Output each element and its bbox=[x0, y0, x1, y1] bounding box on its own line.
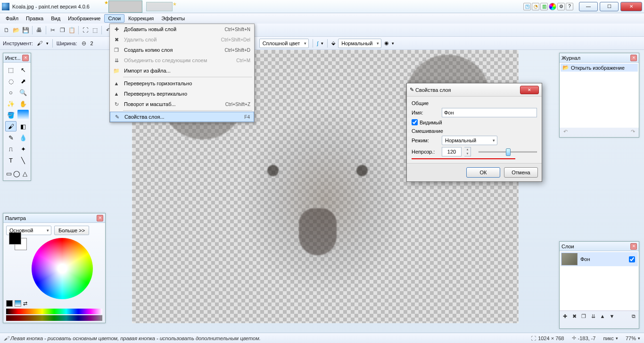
menu-layers[interactable]: Слои bbox=[104, 14, 124, 23]
doc-thumb[interactable]: ★ bbox=[146, 2, 173, 11]
menu-file[interactable]: Файл bbox=[2, 14, 22, 23]
save-icon[interactable]: 💾 bbox=[22, 26, 29, 34]
menu-item[interactable]: ✚Добавить новый слойCtrl+Shift+N bbox=[110, 24, 254, 34]
visible-checkbox[interactable]: Видимый bbox=[412, 119, 537, 125]
move-tool[interactable]: ↖ bbox=[17, 65, 29, 75]
doc-thumb-active[interactable]: ★ bbox=[108, 0, 142, 13]
curve-icon[interactable]: ∫ bbox=[317, 41, 318, 46]
minimize-button[interactable]: — bbox=[579, 2, 598, 11]
mode-dropdown[interactable]: Нормальный bbox=[442, 136, 497, 145]
ellipse-shape-tool[interactable]: ◯ bbox=[13, 168, 20, 179]
open-icon[interactable]: 📂 bbox=[12, 26, 20, 34]
rect-shape-tool[interactable]: ▭ bbox=[5, 168, 12, 179]
opacity-spinner[interactable]: ▲▼ bbox=[464, 147, 471, 156]
colors-toggle-icon[interactable] bbox=[549, 3, 556, 10]
opacity-field[interactable] bbox=[442, 147, 462, 156]
bw-swatch[interactable] bbox=[6, 300, 13, 307]
rect-select-tool[interactable]: ⬚ bbox=[5, 65, 17, 75]
maximize-button[interactable]: ☐ bbox=[600, 2, 619, 11]
picker-tool[interactable]: 💧 bbox=[17, 132, 29, 143]
cut-icon[interactable]: ✂ bbox=[49, 26, 57, 34]
settings-icon[interactable]: ⚙ bbox=[557, 3, 565, 10]
undo-icon[interactable]: ↶ bbox=[563, 129, 568, 135]
redo-icon[interactable]: ↷ bbox=[631, 129, 635, 135]
menu-adjust[interactable]: Коррекция bbox=[124, 14, 157, 23]
ok-button[interactable]: ОК bbox=[466, 167, 500, 178]
wand-tool[interactable]: ✨ bbox=[5, 98, 17, 109]
star-icon: ★ bbox=[173, 1, 177, 7]
dialog-close-button[interactable]: ✕ bbox=[520, 86, 539, 94]
layer-row[interactable]: Фон bbox=[561, 252, 638, 266]
move-up-icon[interactable]: ▲ bbox=[598, 312, 607, 320]
clone-tool[interactable]: ⎍ bbox=[5, 144, 17, 154]
close-icon[interactable]: ✕ bbox=[630, 55, 637, 61]
add-layer-icon[interactable]: ✚ bbox=[561, 312, 569, 320]
brush-tool[interactable]: 🖌 bbox=[5, 121, 17, 131]
name-field[interactable] bbox=[442, 108, 537, 117]
line-tool[interactable]: ╲ bbox=[17, 155, 29, 165]
eraser-tool[interactable]: ◧ bbox=[17, 121, 29, 131]
fill-dropdown[interactable]: Сплошной цвет bbox=[259, 39, 309, 48]
recolor-tool[interactable]: ✦ bbox=[17, 144, 29, 154]
delete-layer-icon[interactable]: ✖ bbox=[570, 312, 578, 320]
pencil-tool[interactable]: ✎ bbox=[5, 132, 17, 143]
move-down-icon[interactable]: ▼ bbox=[608, 312, 616, 320]
lasso-tool[interactable]: ◌ bbox=[5, 76, 17, 86]
menu-item[interactable]: ↻Поворот и масштаб...Ctrl+Shift+Z bbox=[110, 99, 254, 109]
history-item[interactable]: 📂 Открыть изображение bbox=[561, 64, 638, 72]
layers-toggle-icon[interactable]: ▥ bbox=[540, 3, 548, 10]
layer-visible-checkbox[interactable] bbox=[629, 256, 635, 262]
color-strip-dark[interactable] bbox=[6, 315, 102, 321]
help-icon[interactable]: ? bbox=[566, 3, 573, 10]
menu-item[interactable]: ▲Перевернуть горизонтально bbox=[110, 78, 254, 89]
more-button[interactable]: Больше >> bbox=[54, 226, 89, 235]
menu-view[interactable]: Вид bbox=[47, 14, 64, 23]
brush-icon[interactable]: 🖌 bbox=[36, 40, 43, 47]
blend-dropdown[interactable]: Нормальный bbox=[338, 39, 381, 48]
color-strip[interactable] bbox=[6, 309, 102, 314]
menu-edit[interactable]: Правка bbox=[22, 14, 47, 23]
duplicate-layer-icon[interactable]: ❐ bbox=[579, 312, 588, 320]
close-icon[interactable]: ✕ bbox=[97, 215, 103, 221]
tools-toggle-icon[interactable]: ◳ bbox=[523, 3, 531, 10]
close-button[interactable]: ✕ bbox=[620, 2, 642, 11]
deselect-icon[interactable]: ⬚ bbox=[91, 26, 99, 34]
menu-item-icon: ❐ bbox=[112, 47, 121, 53]
menu-item[interactable]: 📁Импорт из файла... bbox=[110, 65, 254, 76]
ellipse-select-tool[interactable]: ○ bbox=[5, 87, 17, 98]
alpha-icon[interactable]: ◉ bbox=[384, 40, 389, 46]
cancel-button[interactable]: Отмена bbox=[504, 167, 538, 178]
text-tool[interactable]: T bbox=[5, 155, 17, 165]
minus-icon[interactable]: ⊖ bbox=[80, 40, 88, 47]
menu-item[interactable]: ❐Создать копию слояCtrl+Shift+D bbox=[110, 45, 254, 55]
opacity-slider[interactable] bbox=[479, 147, 537, 156]
gradient-tool[interactable] bbox=[17, 110, 29, 120]
print-icon[interactable]: 🖶 bbox=[35, 26, 43, 34]
new-icon[interactable]: 🗋 bbox=[3, 26, 10, 34]
color-swatches[interactable] bbox=[9, 232, 21, 245]
crop-icon[interactable]: ⛶ bbox=[82, 26, 89, 34]
aa-icon[interactable]: ⬙ bbox=[331, 40, 335, 46]
swap-icon[interactable] bbox=[15, 300, 21, 307]
menu-item: ✖Удалить слойCtrl+Shift+Del bbox=[110, 34, 254, 45]
menu-item-icon: ✖ bbox=[112, 37, 121, 43]
close-icon[interactable]: ✕ bbox=[22, 55, 29, 61]
merge-down-icon[interactable]: ⇊ bbox=[589, 312, 597, 320]
swap-arrows-icon[interactable]: ⇄ bbox=[23, 301, 27, 307]
pan-tool[interactable]: ✋ bbox=[17, 98, 29, 109]
menu-effects[interactable]: Эффекты bbox=[157, 14, 189, 23]
zoom-tool[interactable]: 🔍 bbox=[17, 87, 29, 98]
menu-item[interactable]: ▲Перевернуть вертикально bbox=[110, 89, 254, 99]
close-icon[interactable]: ✕ bbox=[630, 243, 637, 250]
menu-item[interactable]: ✎Свойства слоя...F4 bbox=[110, 112, 254, 122]
primary-swatch[interactable] bbox=[9, 232, 21, 245]
menu-image[interactable]: Изображение bbox=[64, 14, 104, 23]
color-wheel[interactable] bbox=[32, 238, 93, 299]
bucket-tool[interactable]: 🪣 bbox=[5, 110, 17, 120]
paste-icon[interactable]: 📋 bbox=[68, 26, 75, 34]
move-selection-tool[interactable]: ⬈ bbox=[17, 76, 29, 86]
copy-icon[interactable]: ❐ bbox=[58, 26, 66, 34]
freeform-tool[interactable]: △ bbox=[22, 168, 29, 179]
history-toggle-icon[interactable]: ◔ bbox=[532, 3, 539, 10]
properties-icon[interactable]: ⧉ bbox=[629, 312, 638, 320]
